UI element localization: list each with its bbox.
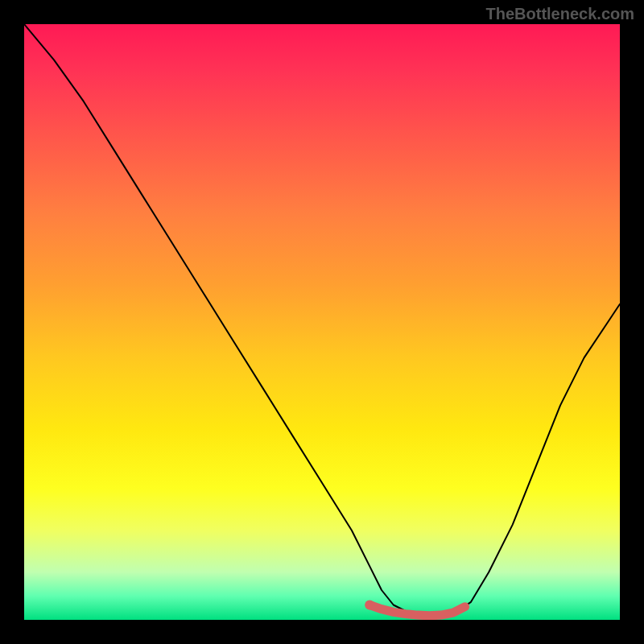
- optimal-range-highlight: [24, 24, 620, 620]
- svg-point-0: [365, 601, 374, 610]
- chart-plot-area: [24, 24, 620, 620]
- bottleneck-curve: [24, 24, 620, 620]
- watermark-text: TheBottleneck.com: [486, 5, 634, 23]
